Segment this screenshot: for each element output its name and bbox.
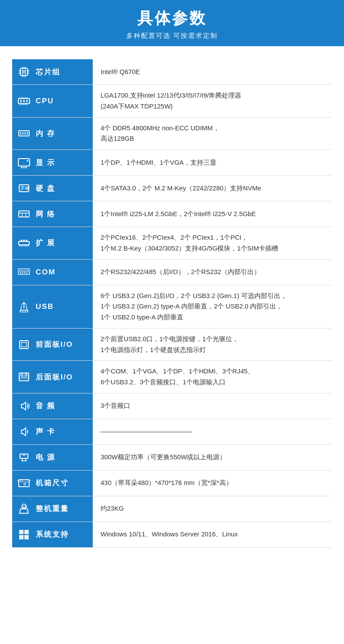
table-row: CPULGA1700,支持intel 12/13代I3/I5/I7/I9/奔腾处… [12,85,332,118]
label-cell-network: 网 络 [12,201,93,227]
svg-rect-95 [19,535,24,539]
audio-icon [16,398,32,414]
svg-rect-51 [19,241,29,245]
power-icon [16,449,32,466]
label-cell-usb: USB [12,285,93,328]
label-cell-os: 系统支持 [12,522,93,547]
table-row: 后面板I/O4个COM、1个VGA、1个DP、1个HDMI、3个RJ45、 6个… [12,361,332,393]
label-text-usb: USB [36,302,54,311]
label-cell-display: 显 示 [12,150,93,176]
label-text-os: 系统支持 [36,529,69,539]
label-cell-audio: 音 频 [12,393,93,419]
svg-point-39 [27,160,28,162]
table-row: 前面板I/O2个前置USB2.0口，1个电源按键，1个光驱位， 1个电源指示灯，… [12,328,332,361]
label-text-cpu: CPU [36,97,54,105]
com-icon [16,264,32,281]
value-cell-power: 300W额定功率（可更换550W或以上电源） [93,444,332,470]
svg-point-62 [20,272,21,273]
label-cell-front-io: 前面板I/O [12,328,93,361]
label-text-storage: 硬 盘 [36,183,55,193]
svg-text:KG: KG [23,505,27,508]
rear-panel-icon [16,369,32,385]
svg-rect-1 [22,70,26,74]
svg-rect-15 [20,100,22,102]
display-icon [16,154,32,171]
value-cell-display: 1个DP、1个HDMI、1个VGA，支持三显 [93,150,332,176]
svg-rect-17 [26,100,28,102]
table-row: 内 存4个 DDR5 4800MHz non-ECC UDIMM， 高达128G… [12,117,332,150]
table-row: 扩 展2个PCIex16、2个PCIex4、2个 PCIex1，1个PCI， 1… [12,227,332,260]
table-row: 电 源300W额定功率（可更换550W或以上电源） [12,444,332,470]
value-cell-soundcard: —————————————— [93,419,332,444]
svg-rect-71 [21,342,27,347]
value-cell-weight: 约23KG [93,496,332,522]
label-text-weight: 整机重量 [36,504,69,514]
header: 具体参数 多种配置可选 可按需求定制 [0,0,344,46]
label-text-power: 电 源 [36,452,55,462]
svg-point-64 [24,272,26,273]
svg-rect-16 [23,100,25,102]
svg-point-87 [20,480,21,481]
label-cell-power: 电 源 [12,444,93,470]
svg-rect-52 [20,240,22,241]
table-row: USB6个 USB3.2 (Gen.2)后I/O，2个 USB3.2 (Gen.… [12,285,332,328]
svg-rect-69 [20,310,28,312]
label-cell-chassis: 机箱尺寸 [12,470,93,496]
label-text-audio: 音 频 [36,401,55,411]
table-row: COM2个RS232/422/485（后I/O），2个RS232（内部引出） [12,259,332,285]
os-icon [16,526,32,543]
label-text-memory: 内 存 [36,129,55,139]
label-text-rear-io: 后面板I/O [36,372,73,382]
label-cell-expansion: 扩 展 [12,227,93,260]
table-row: KG 整机重量约23KG [12,496,332,522]
value-cell-cpu: LGA1700,支持intel 12/13代I3/I5/I7/I9/奔腾处理器 … [93,85,332,118]
label-cell-storage: 硬 盘 [12,176,93,201]
value-cell-chassis: 430（带耳朵480）*470*176 mm（宽*深*高） [93,470,332,496]
label-cell-memory: 内 存 [12,117,93,150]
memory-icon [16,125,32,142]
svg-rect-93 [19,530,24,534]
expansion-icon [16,235,32,251]
table-row: 显 示1个DP、1个HDMI、1个VGA，支持三显 [12,150,332,176]
svg-rect-35 [18,159,30,166]
table-row: 系统支持Windows 10/11、Windows Server 2016、Li… [12,522,332,547]
chassis-icon [16,475,32,491]
table-row: 声 卡—————————————— [12,419,332,444]
label-text-front-io: 前面板I/O [36,339,73,349]
label-text-chassis: 机箱尺寸 [36,478,69,488]
table-row: 芯片组Intel® Q670E [12,59,332,85]
svg-point-79 [21,373,23,375]
page-title: 具体参数 [4,8,340,29]
value-cell-network: 1个Intel® i225-LM 2.5GbE，2个Intel® i225-V … [93,201,332,227]
svg-point-42 [27,188,27,189]
label-cell-cpu: CPU [12,85,93,118]
label-cell-chipset: 芯片组 [12,59,93,85]
label-cell-weight: KG 整机重量 [12,496,93,522]
label-text-display: 显 示 [36,158,55,168]
value-cell-memory: 4个 DDR5 4800MHz non-ECC UDIMM， 高达128GB [93,117,332,150]
weight-icon: KG [16,501,32,517]
table-row: 网 络1个Intel® i225-LM 2.5GbE，2个Intel® i225… [12,201,332,227]
value-cell-audio: 3个音频口 [93,393,332,419]
value-cell-usb: 6个 USB3.2 (Gen.2)后I/O，2个 USB3.2 (Gen.1) … [93,285,332,328]
label-text-com: COM [36,268,56,277]
network-icon [16,206,32,222]
table-row: 音 频3个音频口 [12,393,332,419]
svg-rect-94 [24,530,29,534]
svg-point-63 [22,272,24,273]
svg-point-88 [22,480,23,481]
svg-rect-81 [20,376,27,377]
storage-icon [16,180,32,197]
value-cell-chipset: Intel® Q670E [93,59,332,85]
value-cell-rear-io: 4个COM、1个VGA、1个DP、1个HDMI、3个RJ45、 6个USB3.2… [93,361,332,393]
svg-rect-96 [24,535,29,539]
svg-rect-46 [19,211,29,217]
label-cell-rear-io: 后面板I/O [12,361,93,393]
svg-point-80 [25,373,27,375]
svg-point-65 [27,272,28,273]
specs-table: 芯片组Intel® Q670E CPULGA1700,支持intel 12/13… [12,59,332,548]
table-row: 硬 盘4个SATA3.0，2个 M.2 M-Key（2242/2280）支持NV… [12,176,332,201]
content-area: 芯片组Intel® Q670E CPULGA1700,支持intel 12/13… [0,46,344,565]
label-text-soundcard: 声 卡 [36,427,55,437]
soundcard-icon [16,424,32,440]
